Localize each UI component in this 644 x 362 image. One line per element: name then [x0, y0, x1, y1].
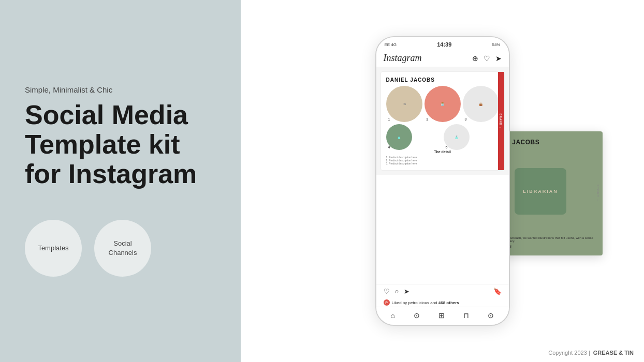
add-icon[interactable]: ⊕: [472, 54, 478, 63]
product-4: 🧴 4: [386, 124, 412, 150]
product-5: 🧴 5: [444, 124, 470, 150]
copyright-footer: Copyright 2023 | GREASE & TIN: [548, 350, 634, 356]
copyright-brand: GREASE & TIN: [593, 350, 634, 356]
liked-dot: P: [384, 299, 390, 306]
subtitle: Simple, Minimalist & Chic: [25, 85, 216, 94]
product-4-icon: 🧴: [397, 135, 401, 139]
status-battery: 54%: [492, 42, 500, 47]
nav-profile-icon[interactable]: ⊙: [488, 311, 494, 320]
templates-button[interactable]: Templates: [25, 220, 82, 277]
phone-nav-bar: ⌂ ⊙ ⊞ ⊓ ⊙: [376, 307, 509, 325]
product-2: 🫙 2: [425, 86, 461, 122]
like-icon[interactable]: ♡: [384, 288, 390, 295]
nav-home-icon[interactable]: ⌂: [391, 311, 395, 320]
nav-search-icon[interactable]: ⊙: [414, 311, 420, 320]
product-2-icon: 🫙: [441, 102, 444, 106]
status-carrier: EE 4G: [385, 42, 397, 47]
left-panel: Simple, Minimalist & Chic Social Media T…: [0, 0, 241, 362]
social-channels-button[interactable]: SocialChannels: [94, 220, 151, 277]
status-bar: EE 4G 14:39 54%: [376, 37, 509, 50]
feed-products-top: 🛍 1 🫙 2 👜 3: [386, 86, 499, 122]
right-panel: EE 4G 14:39 54% Instagram ⊕ ♡ ➤ DANIEL J…: [241, 0, 644, 362]
circles-row: Templates SocialChannels: [25, 220, 216, 277]
heart-icon[interactable]: ♡: [484, 54, 490, 63]
phone-feed: DANIEL JACOBS 🛍 1 🫙 2 👜 3: [376, 67, 509, 284]
comment-icon[interactable]: ○: [395, 288, 399, 295]
side-label-right: STORY →: [596, 184, 599, 202]
share-icon[interactable]: ➤: [404, 288, 409, 295]
product-1-icon: 🛍: [403, 102, 406, 105]
instagram-action-icons: ⊕ ♡ ➤: [472, 54, 502, 63]
send-icon[interactable]: ➤: [495, 54, 502, 63]
feed-brand-name: DANIEL JACOBS: [386, 77, 499, 83]
brand-tag-text: BRAND ↓: [500, 114, 503, 129]
bookmark-icon[interactable]: 🔖: [493, 288, 502, 295]
product-3-icon: 👜: [479, 102, 482, 106]
phone-action-bar: ♡ ○ ➤ 🔖: [376, 284, 509, 298]
detail-description: 1. Product description here 2. Product d…: [386, 156, 499, 165]
instagram-logo: Instagram: [384, 53, 422, 64]
feed-card: DANIEL JACOBS 🛍 1 🫙 2 👜 3: [380, 71, 505, 171]
brand-tag: BRAND ↓: [498, 72, 504, 170]
main-title: Social Media Template kit for Instagram: [25, 100, 216, 189]
status-time: 14:39: [437, 41, 451, 48]
phone-mockup: EE 4G 14:39 54% Instagram ⊕ ♡ ➤ DANIEL J…: [375, 36, 510, 326]
nav-shop-icon[interactable]: ⊓: [463, 311, 469, 320]
liked-description: Liked by petrolicious and 468 others: [392, 300, 459, 305]
instagram-header: Instagram ⊕ ♡ ➤: [376, 50, 509, 67]
post-action-icons: ♡ ○ ➤: [384, 288, 410, 295]
nav-add-icon[interactable]: ⊞: [438, 311, 445, 320]
feed-image-area: DANIEL JACOBS 🛍 1 🫙 2 👜 3: [376, 67, 509, 175]
feed-products-bottom: 🧴 4 🧴 5: [386, 124, 499, 150]
jacket-shape: LIBRARIAN: [515, 168, 566, 215]
product-1: 🛍 1: [386, 86, 422, 122]
product-5-icon: 🧴: [455, 135, 458, 139]
copyright-text: Copyright 2023 |: [548, 350, 590, 356]
liked-text: P Liked by petrolicious and 468 others: [376, 298, 509, 307]
product-3: 👜 3: [463, 86, 499, 122]
detail-title: The detail: [386, 150, 499, 154]
